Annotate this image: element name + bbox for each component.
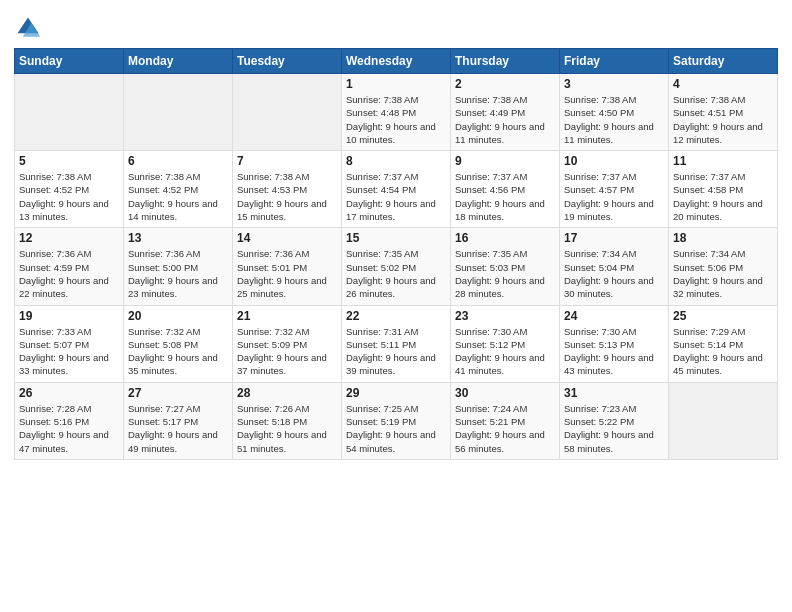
day-info: Sunrise: 7:37 AMSunset: 4:57 PMDaylight:… (564, 170, 664, 223)
day-number: 23 (455, 309, 555, 323)
calendar-cell: 24Sunrise: 7:30 AMSunset: 5:13 PMDayligh… (560, 305, 669, 382)
day-number: 22 (346, 309, 446, 323)
day-info: Sunrise: 7:38 AMSunset: 4:52 PMDaylight:… (19, 170, 119, 223)
day-number: 9 (455, 154, 555, 168)
calendar-cell: 20Sunrise: 7:32 AMSunset: 5:08 PMDayligh… (124, 305, 233, 382)
day-info: Sunrise: 7:37 AMSunset: 4:54 PMDaylight:… (346, 170, 446, 223)
weekday-header: Friday (560, 49, 669, 74)
calendar-cell: 16Sunrise: 7:35 AMSunset: 5:03 PMDayligh… (451, 228, 560, 305)
calendar-week: 12Sunrise: 7:36 AMSunset: 4:59 PMDayligh… (15, 228, 778, 305)
header (14, 10, 778, 42)
calendar-cell: 21Sunrise: 7:32 AMSunset: 5:09 PMDayligh… (233, 305, 342, 382)
day-number: 30 (455, 386, 555, 400)
day-info: Sunrise: 7:38 AMSunset: 4:52 PMDaylight:… (128, 170, 228, 223)
calendar-cell: 6Sunrise: 7:38 AMSunset: 4:52 PMDaylight… (124, 151, 233, 228)
day-number: 31 (564, 386, 664, 400)
day-info: Sunrise: 7:24 AMSunset: 5:21 PMDaylight:… (455, 402, 555, 455)
day-info: Sunrise: 7:30 AMSunset: 5:12 PMDaylight:… (455, 325, 555, 378)
calendar-cell: 11Sunrise: 7:37 AMSunset: 4:58 PMDayligh… (669, 151, 778, 228)
day-number: 25 (673, 309, 773, 323)
day-number: 10 (564, 154, 664, 168)
day-number: 7 (237, 154, 337, 168)
day-number: 13 (128, 231, 228, 245)
calendar-cell: 8Sunrise: 7:37 AMSunset: 4:54 PMDaylight… (342, 151, 451, 228)
day-number: 1 (346, 77, 446, 91)
day-number: 8 (346, 154, 446, 168)
day-info: Sunrise: 7:36 AMSunset: 5:00 PMDaylight:… (128, 247, 228, 300)
weekday-header: Thursday (451, 49, 560, 74)
day-number: 24 (564, 309, 664, 323)
calendar-cell: 31Sunrise: 7:23 AMSunset: 5:22 PMDayligh… (560, 382, 669, 459)
day-number: 29 (346, 386, 446, 400)
day-number: 3 (564, 77, 664, 91)
day-info: Sunrise: 7:34 AMSunset: 5:04 PMDaylight:… (564, 247, 664, 300)
calendar-cell: 2Sunrise: 7:38 AMSunset: 4:49 PMDaylight… (451, 74, 560, 151)
calendar-cell: 12Sunrise: 7:36 AMSunset: 4:59 PMDayligh… (15, 228, 124, 305)
day-number: 16 (455, 231, 555, 245)
day-info: Sunrise: 7:30 AMSunset: 5:13 PMDaylight:… (564, 325, 664, 378)
weekday-header: Wednesday (342, 49, 451, 74)
day-info: Sunrise: 7:35 AMSunset: 5:03 PMDaylight:… (455, 247, 555, 300)
calendar-cell: 13Sunrise: 7:36 AMSunset: 5:00 PMDayligh… (124, 228, 233, 305)
calendar-cell (124, 74, 233, 151)
day-info: Sunrise: 7:33 AMSunset: 5:07 PMDaylight:… (19, 325, 119, 378)
calendar-cell: 4Sunrise: 7:38 AMSunset: 4:51 PMDaylight… (669, 74, 778, 151)
day-number: 21 (237, 309, 337, 323)
day-info: Sunrise: 7:28 AMSunset: 5:16 PMDaylight:… (19, 402, 119, 455)
day-info: Sunrise: 7:36 AMSunset: 5:01 PMDaylight:… (237, 247, 337, 300)
day-info: Sunrise: 7:34 AMSunset: 5:06 PMDaylight:… (673, 247, 773, 300)
day-info: Sunrise: 7:26 AMSunset: 5:18 PMDaylight:… (237, 402, 337, 455)
calendar-cell: 7Sunrise: 7:38 AMSunset: 4:53 PMDaylight… (233, 151, 342, 228)
day-number: 5 (19, 154, 119, 168)
calendar-cell: 27Sunrise: 7:27 AMSunset: 5:17 PMDayligh… (124, 382, 233, 459)
weekday-header: Tuesday (233, 49, 342, 74)
day-info: Sunrise: 7:38 AMSunset: 4:49 PMDaylight:… (455, 93, 555, 146)
calendar-body: 1Sunrise: 7:38 AMSunset: 4:48 PMDaylight… (15, 74, 778, 460)
calendar-cell: 3Sunrise: 7:38 AMSunset: 4:50 PMDaylight… (560, 74, 669, 151)
calendar-cell: 17Sunrise: 7:34 AMSunset: 5:04 PMDayligh… (560, 228, 669, 305)
day-number: 11 (673, 154, 773, 168)
day-info: Sunrise: 7:36 AMSunset: 4:59 PMDaylight:… (19, 247, 119, 300)
day-number: 12 (19, 231, 119, 245)
day-number: 15 (346, 231, 446, 245)
day-info: Sunrise: 7:38 AMSunset: 4:53 PMDaylight:… (237, 170, 337, 223)
calendar-cell: 10Sunrise: 7:37 AMSunset: 4:57 PMDayligh… (560, 151, 669, 228)
day-info: Sunrise: 7:29 AMSunset: 5:14 PMDaylight:… (673, 325, 773, 378)
day-number: 6 (128, 154, 228, 168)
day-info: Sunrise: 7:38 AMSunset: 4:48 PMDaylight:… (346, 93, 446, 146)
day-info: Sunrise: 7:37 AMSunset: 4:58 PMDaylight:… (673, 170, 773, 223)
calendar: SundayMondayTuesdayWednesdayThursdayFrid… (14, 48, 778, 460)
logo-icon (14, 14, 42, 42)
calendar-cell: 9Sunrise: 7:37 AMSunset: 4:56 PMDaylight… (451, 151, 560, 228)
calendar-cell (15, 74, 124, 151)
calendar-week: 1Sunrise: 7:38 AMSunset: 4:48 PMDaylight… (15, 74, 778, 151)
calendar-cell: 28Sunrise: 7:26 AMSunset: 5:18 PMDayligh… (233, 382, 342, 459)
day-number: 18 (673, 231, 773, 245)
calendar-cell: 22Sunrise: 7:31 AMSunset: 5:11 PMDayligh… (342, 305, 451, 382)
calendar-cell: 26Sunrise: 7:28 AMSunset: 5:16 PMDayligh… (15, 382, 124, 459)
calendar-cell: 30Sunrise: 7:24 AMSunset: 5:21 PMDayligh… (451, 382, 560, 459)
day-number: 17 (564, 231, 664, 245)
calendar-cell (669, 382, 778, 459)
day-info: Sunrise: 7:38 AMSunset: 4:50 PMDaylight:… (564, 93, 664, 146)
day-number: 14 (237, 231, 337, 245)
day-info: Sunrise: 7:37 AMSunset: 4:56 PMDaylight:… (455, 170, 555, 223)
day-number: 2 (455, 77, 555, 91)
day-number: 26 (19, 386, 119, 400)
weekday-row: SundayMondayTuesdayWednesdayThursdayFrid… (15, 49, 778, 74)
calendar-week: 5Sunrise: 7:38 AMSunset: 4:52 PMDaylight… (15, 151, 778, 228)
calendar-cell: 29Sunrise: 7:25 AMSunset: 5:19 PMDayligh… (342, 382, 451, 459)
day-info: Sunrise: 7:32 AMSunset: 5:08 PMDaylight:… (128, 325, 228, 378)
calendar-cell: 23Sunrise: 7:30 AMSunset: 5:12 PMDayligh… (451, 305, 560, 382)
calendar-week: 19Sunrise: 7:33 AMSunset: 5:07 PMDayligh… (15, 305, 778, 382)
day-number: 28 (237, 386, 337, 400)
day-info: Sunrise: 7:31 AMSunset: 5:11 PMDaylight:… (346, 325, 446, 378)
calendar-cell: 15Sunrise: 7:35 AMSunset: 5:02 PMDayligh… (342, 228, 451, 305)
day-number: 4 (673, 77, 773, 91)
day-info: Sunrise: 7:27 AMSunset: 5:17 PMDaylight:… (128, 402, 228, 455)
calendar-cell: 5Sunrise: 7:38 AMSunset: 4:52 PMDaylight… (15, 151, 124, 228)
day-info: Sunrise: 7:38 AMSunset: 4:51 PMDaylight:… (673, 93, 773, 146)
day-number: 27 (128, 386, 228, 400)
calendar-cell: 19Sunrise: 7:33 AMSunset: 5:07 PMDayligh… (15, 305, 124, 382)
day-info: Sunrise: 7:35 AMSunset: 5:02 PMDaylight:… (346, 247, 446, 300)
